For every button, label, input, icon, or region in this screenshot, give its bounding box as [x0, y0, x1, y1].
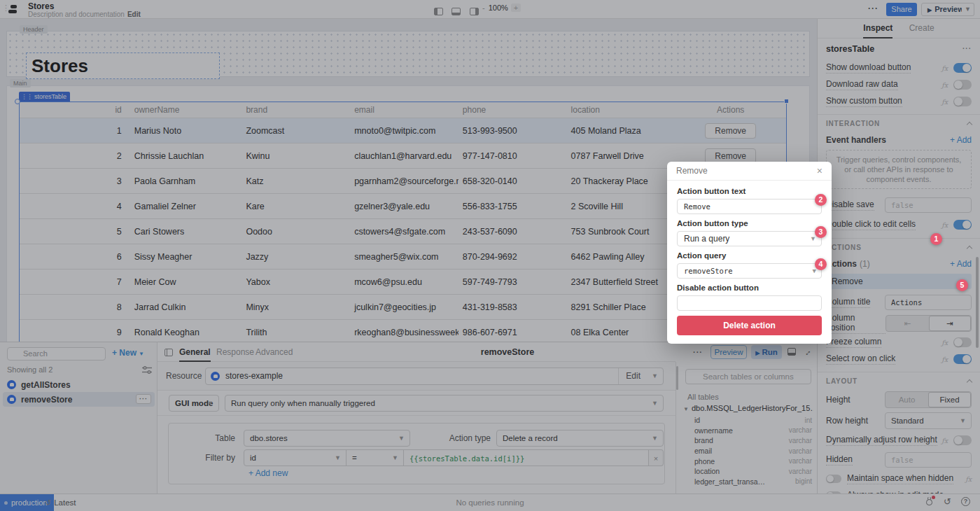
annotation-badge-1: 1: [930, 233, 942, 245]
annotation-badge-3: 3: [815, 226, 827, 238]
disable-action-button-input[interactable]: [677, 295, 822, 311]
annotation-badge-2: 2: [815, 194, 827, 206]
annotation-badge-5: 5: [956, 279, 968, 291]
action-button-text-label: Action button text: [677, 187, 822, 195]
retool-editor-window: ⋮⋮ Stores Description and documentationE…: [0, 0, 980, 511]
action-query-label: Action query: [677, 251, 822, 260]
action-button-type-label: Action button type: [677, 219, 822, 227]
annotation-badge-4: 4: [815, 258, 827, 270]
action-button-text-input[interactable]: Remove: [677, 199, 822, 214]
dim-overlay: [0, 0, 980, 511]
disable-action-button-label: Disable action button: [677, 284, 822, 292]
action-query-select[interactable]: removeStore▼: [677, 263, 822, 279]
delete-action-button[interactable]: Delete action: [677, 316, 822, 335]
action-button-type-select[interactable]: Run a query▼: [677, 231, 822, 246]
close-icon[interactable]: ×: [817, 166, 822, 176]
popover-header: Remove ×: [667, 162, 832, 181]
remove-action-popover: Remove × Action button text Remove Actio…: [667, 162, 832, 344]
